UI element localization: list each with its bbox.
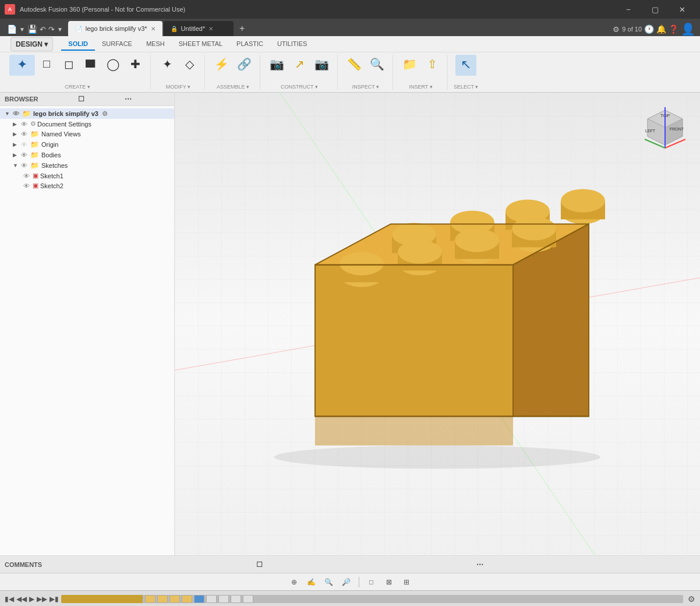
undo-dropdown-icon[interactable]: ▼ xyxy=(57,26,63,33)
tab-surface[interactable]: SURFACE xyxy=(95,38,139,51)
timeline-track[interactable] xyxy=(61,595,683,603)
account-icon[interactable]: 👤 xyxy=(681,22,695,36)
browser-more-icon[interactable]: ⋯ xyxy=(125,95,132,103)
assemble-button[interactable]: 🔗 xyxy=(234,55,255,75)
redo-icon[interactable]: ↷ xyxy=(48,25,55,34)
create-label[interactable]: CREATE xyxy=(65,83,90,90)
tree-collapse-icon[interactable]: ▼ xyxy=(13,163,21,168)
timeline-marker-2[interactable] xyxy=(157,595,168,603)
browser-pin-icon[interactable]: ☐ xyxy=(78,95,84,103)
open-icon[interactable]: ▼ xyxy=(19,26,25,33)
orbit-button[interactable]: ⊕ xyxy=(287,576,302,589)
insert-mesh-button[interactable]: 📁 xyxy=(399,55,420,75)
create-new-component-button[interactable]: ✦ xyxy=(9,55,35,76)
tree-visibility-icon[interactable]: 👁 xyxy=(21,131,30,138)
measure-button[interactable]: 📏 xyxy=(344,55,365,75)
tree-sketches[interactable]: ▼ 👁 📁 Sketches xyxy=(0,160,174,171)
tree-options-icon[interactable]: ⚙ xyxy=(102,110,108,118)
timeline-marker-1[interactable] xyxy=(145,595,155,603)
timeline-settings-icon[interactable]: ⚙ xyxy=(688,594,695,604)
close-button[interactable]: ✕ xyxy=(669,0,695,19)
tree-visibility-icon[interactable]: 👁 xyxy=(13,110,22,117)
maximize-button[interactable]: ▢ xyxy=(642,0,669,19)
new-tab-button[interactable]: + xyxy=(235,21,250,36)
comments-pin-icon[interactable]: ☐ xyxy=(256,561,263,569)
modify-label[interactable]: MODIFY xyxy=(166,83,190,90)
tree-expand-icon[interactable]: ▶ xyxy=(13,152,21,158)
construct-label[interactable]: CONSTRUCT xyxy=(281,83,318,90)
clock-icon[interactable]: 🕐 xyxy=(644,24,654,34)
insert-label[interactable]: INSERT xyxy=(409,83,432,90)
tree-visibility-icon[interactable]: 👁 xyxy=(21,152,30,158)
tree-sketch1[interactable]: 👁 ▣ Sketch1 xyxy=(0,171,174,181)
extrude-button[interactable]: ◻ xyxy=(58,55,79,75)
tree-collapse-icon[interactable]: ▼ xyxy=(5,111,13,117)
notification-icon[interactable]: 🔔 xyxy=(656,24,666,34)
undo-icon[interactable]: ↶ xyxy=(40,25,46,34)
tree-visibility-icon[interactable]: 👁 xyxy=(21,121,30,128)
sketch-button[interactable]: □ xyxy=(36,55,57,74)
view-settings-button[interactable]: ⊞ xyxy=(399,576,414,589)
design-label[interactable]: DESIGN ▾ xyxy=(10,37,53,51)
tab-untitled[interactable]: 🔒 Untitled* ✕ xyxy=(164,21,234,36)
display-settings-button[interactable]: □ xyxy=(364,576,379,589)
timeline-marker-8[interactable] xyxy=(231,595,241,603)
tab-lego-brick[interactable]: 📄 lego brick simplify v3* ✕ xyxy=(68,21,162,36)
sweep-button[interactable]: ◯ xyxy=(102,55,123,75)
tree-visibility-icon[interactable]: 👁 xyxy=(23,172,33,179)
inspect-label[interactable]: INSPECT xyxy=(352,83,379,90)
timeline-prev-button[interactable]: ◀◀ xyxy=(16,595,27,603)
comments-more-icon[interactable]: ⋯ xyxy=(476,561,483,569)
pan-button[interactable]: ✍ xyxy=(304,576,319,589)
tree-document-settings[interactable]: ▶ 👁 ⚙ Document Settings xyxy=(0,119,174,129)
tree-bodies[interactable]: ▶ 👁 📁 Bodies xyxy=(0,150,174,160)
new-file-icon[interactable]: 📄 xyxy=(7,24,17,34)
tab-sheet-metal[interactable]: SHEET METAL xyxy=(172,38,229,51)
tab-utilities[interactable]: UTILITIES xyxy=(270,38,314,51)
press-pull-button[interactable]: ✦ xyxy=(157,55,178,75)
tab-close-button[interactable]: ✕ xyxy=(151,26,155,32)
tree-origin[interactable]: ▶ 👁 📁 Origin xyxy=(0,139,174,150)
tab-plastic[interactable]: PLASTIC xyxy=(229,38,270,51)
timeline-marker-7[interactable] xyxy=(218,595,229,603)
tree-expand-icon[interactable]: ▶ xyxy=(13,121,21,127)
select-label[interactable]: SELECT xyxy=(454,83,478,90)
axis-cube[interactable]: TOP FRONT LEFT xyxy=(642,104,688,151)
grid-settings-button[interactable]: ⊠ xyxy=(381,576,397,589)
tab-untitled-close-button[interactable]: ✕ xyxy=(208,26,213,32)
tree-named-views[interactable]: ▶ 👁 📁 Named Views xyxy=(0,129,174,139)
zoom-fit-button[interactable]: 🔎 xyxy=(339,576,354,589)
design-workspace[interactable]: DESIGN ▾ xyxy=(5,37,59,51)
point-button[interactable]: 📷 xyxy=(311,55,333,75)
tree-visibility-icon[interactable]: 👁 xyxy=(21,162,30,169)
tree-visibility-icon[interactable]: 👁 xyxy=(21,141,30,148)
tree-expand-icon[interactable]: ▶ xyxy=(13,131,21,137)
timeline-marker-6[interactable] xyxy=(206,595,217,603)
tab-mesh[interactable]: MESH xyxy=(139,38,172,51)
move-button[interactable]: ✚ xyxy=(125,55,146,75)
decal-button[interactable]: ⇧ xyxy=(422,55,443,75)
axis-button[interactable]: ↗ xyxy=(289,55,310,75)
titlebar-controls[interactable]: − ▢ ✕ xyxy=(615,0,695,19)
timeline-marker-9[interactable] xyxy=(243,595,253,603)
timeline-play-button[interactable]: ▶ xyxy=(29,595,34,603)
tree-root-item[interactable]: ▼ 👁 📁 lego brick simplify v3 ⚙ xyxy=(0,108,174,119)
select-button[interactable]: ↖ xyxy=(455,55,476,76)
timeline-marker-4[interactable] xyxy=(182,595,192,603)
timeline-marker-3[interactable] xyxy=(169,595,180,603)
timeline-start-button[interactable]: ▮◀ xyxy=(5,595,14,603)
minimize-button[interactable]: − xyxy=(615,0,642,19)
help-icon[interactable]: ❓ xyxy=(669,24,678,34)
revolve-button[interactable]: ⯀ xyxy=(80,55,101,74)
tree-expand-icon[interactable]: ▶ xyxy=(13,142,21,147)
joint-button[interactable]: ⚡ xyxy=(211,55,232,75)
tab-solid[interactable]: SOLID xyxy=(61,38,95,51)
tree-visibility-icon[interactable]: 👁 xyxy=(23,182,33,189)
timeline-end-button[interactable]: ▶▮ xyxy=(50,595,59,603)
inspect-button[interactable]: 🔍 xyxy=(366,55,388,75)
plane-button[interactable]: 📷 xyxy=(266,55,288,75)
zoom-button[interactable]: 🔍 xyxy=(321,576,337,589)
save-icon[interactable]: 💾 xyxy=(27,24,37,34)
fillet-button[interactable]: ◇ xyxy=(179,55,200,75)
viewport[interactable]: TOP FRONT LEFT xyxy=(175,93,700,555)
